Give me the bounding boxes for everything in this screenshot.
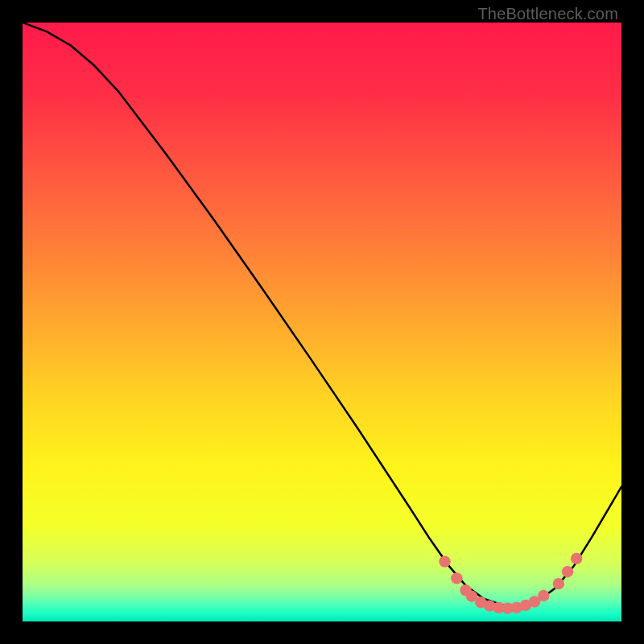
data-marker xyxy=(439,555,450,567)
plot-area xyxy=(23,23,621,621)
data-marker xyxy=(571,553,582,564)
data-marker xyxy=(451,572,462,584)
chart-frame: TheBottleneck.com xyxy=(0,0,644,644)
watermark-text: TheBottleneck.com xyxy=(477,5,618,23)
marker-group xyxy=(439,553,582,614)
bottleneck-curve xyxy=(23,23,621,606)
data-marker xyxy=(538,590,549,601)
data-marker xyxy=(562,566,573,577)
data-marker xyxy=(553,578,564,589)
chart-canvas xyxy=(23,23,621,621)
